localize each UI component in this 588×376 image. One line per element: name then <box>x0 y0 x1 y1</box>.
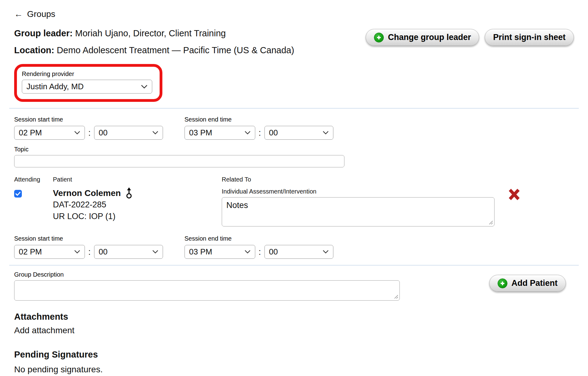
session-end-label: Session end time <box>185 235 333 242</box>
session-start-minute-value: 00 <box>99 128 108 138</box>
location-label: Location: <box>14 45 54 55</box>
patient-name-link[interactable]: Vernon Colemen <box>53 188 121 198</box>
chevron-down-icon <box>323 250 329 254</box>
back-link-label: Groups <box>27 9 55 19</box>
attending-checkbox[interactable] <box>14 190 22 198</box>
remove-patient-button[interactable] <box>508 189 574 202</box>
header-info: Group leader: Moriah Ujano, Director, Cl… <box>14 28 294 62</box>
back-arrow-icon: ← <box>14 9 23 19</box>
assessment-label: Individual Assessment/Intervention <box>222 188 495 195</box>
session-start-label: Session start time <box>14 235 163 242</box>
topic-input[interactable] <box>14 155 344 167</box>
rendering-provider-highlight-box: Rendering provider Justin Addy, MD <box>14 64 162 102</box>
rendering-provider-value: Justin Addy, MD <box>26 82 84 91</box>
group-leader-value: Moriah Ujano, Director, Client Training <box>75 28 226 38</box>
back-to-groups-link[interactable]: ← Groups <box>14 9 55 19</box>
group-session-page: ← Groups Group leader: Moriah Ujano, Dir… <box>0 0 588 376</box>
topic-field: Topic <box>14 146 574 167</box>
print-sign-in-sheet-label: Print sign-in sheet <box>493 33 566 42</box>
session-start-label: Session start time <box>14 116 163 123</box>
add-attachment-link[interactable]: Add attachment <box>14 326 74 335</box>
attachments-heading: Attachments <box>14 312 574 322</box>
rendering-provider-select[interactable]: Justin Addy, MD <box>22 80 152 94</box>
session-start-group: Session start time 02 PM : 00 <box>14 235 163 259</box>
group-description-row: Group Description Add Patient <box>14 271 574 302</box>
change-group-leader-button[interactable]: Change group leader <box>366 29 479 46</box>
location-value: Demo Adolescent Treatment — Pacific Time… <box>57 45 294 55</box>
session-end-minute-value: 00 <box>269 128 278 138</box>
session-end-group: Session end time 03 PM : 00 <box>185 116 333 140</box>
time-separator: : <box>88 247 91 257</box>
attending-column-header: Attending <box>14 176 53 183</box>
session-end-minute-select[interactable]: 00 <box>264 126 333 140</box>
patient-column-header: Patient <box>53 176 222 183</box>
session-end-group: Session end time 03 PM : 00 <box>185 235 333 259</box>
add-patient-label: Add Patient <box>511 278 558 288</box>
add-patient-button[interactable]: Add Patient <box>489 275 566 292</box>
session-start-minute-value: 00 <box>99 247 108 257</box>
plus-icon <box>498 278 507 288</box>
session-times-row-1: Session start time 02 PM : 00 Session en… <box>14 116 574 140</box>
patient-info: Vernon Colemen DAT-2022-285 UR LOC: IOP … <box>53 188 222 222</box>
session-start-hour-value: 02 PM <box>19 247 42 257</box>
group-leader-line: Group leader: Moriah Ujano, Director, Cl… <box>14 28 294 38</box>
chevron-down-icon <box>141 85 148 89</box>
session-end-minute-select[interactable]: 00 <box>264 245 333 259</box>
chevron-down-icon <box>152 250 158 254</box>
session-end-hour-value: 03 PM <box>189 128 212 138</box>
session-start-hour-select[interactable]: 02 PM <box>14 126 85 140</box>
time-separator: : <box>88 128 91 138</box>
session-end-hour-value: 03 PM <box>189 247 212 257</box>
group-description-textarea[interactable] <box>14 280 400 301</box>
section-divider <box>9 108 579 109</box>
time-separator: : <box>259 247 261 257</box>
chevron-down-icon <box>244 131 251 135</box>
chevron-down-icon <box>323 131 329 135</box>
assessment-textarea[interactable]: Notes <box>222 197 495 226</box>
location-line: Location: Demo Adolescent Treatment — Pa… <box>14 45 294 55</box>
session-times-row-2: Session start time 02 PM : 00 Session en… <box>14 235 574 259</box>
print-sign-in-sheet-button[interactable]: Print sign-in sheet <box>485 29 574 46</box>
header: Group leader: Moriah Ujano, Director, Cl… <box>14 28 574 62</box>
session-start-group: Session start time 02 PM : 00 <box>14 116 163 140</box>
header-buttons: Change group leader Print sign-in sheet <box>366 29 574 46</box>
pending-signatures-empty-message: No pending signatures. <box>14 365 574 374</box>
session-start-minute-select[interactable]: 00 <box>94 126 163 140</box>
chevron-down-icon <box>74 250 80 254</box>
related-to-field: Individual Assessment/Intervention Notes <box>222 188 495 228</box>
session-end-hour-select[interactable]: 03 PM <box>185 245 255 259</box>
rendering-provider-label: Rendering provider <box>22 70 152 78</box>
topic-label: Topic <box>14 146 574 153</box>
section-divider <box>9 265 579 266</box>
patient-row: Vernon Colemen DAT-2022-285 UR LOC: IOP … <box>14 188 574 228</box>
pending-signatures-heading: Pending Signatures <box>14 350 574 360</box>
session-start-minute-select[interactable]: 00 <box>94 245 163 259</box>
patient-record-id: DAT-2022-285 <box>53 199 222 210</box>
group-description-label: Group Description <box>14 271 400 278</box>
session-end-label: Session end time <box>185 116 333 123</box>
plus-icon <box>374 33 384 42</box>
group-description-field: Group Description <box>14 271 400 302</box>
session-end-hour-select[interactable]: 03 PM <box>185 126 255 140</box>
session-start-hour-select[interactable]: 02 PM <box>14 245 85 259</box>
session-start-hour-value: 02 PM <box>19 128 42 138</box>
patient-ur-loc: UR LOC: IOP (1) <box>53 211 222 222</box>
chevron-down-icon <box>74 131 80 135</box>
gender-male-vertical-icon <box>126 187 132 198</box>
chevron-down-icon <box>152 131 158 135</box>
change-group-leader-label: Change group leader <box>388 33 471 42</box>
time-separator: : <box>259 128 261 138</box>
group-leader-label: Group leader: <box>14 28 73 38</box>
related-to-column-header: Related To <box>222 176 574 183</box>
chevron-down-icon <box>244 250 251 254</box>
session-end-minute-value: 00 <box>269 247 278 257</box>
patient-table-headers: Attending Patient Related To <box>14 176 574 183</box>
